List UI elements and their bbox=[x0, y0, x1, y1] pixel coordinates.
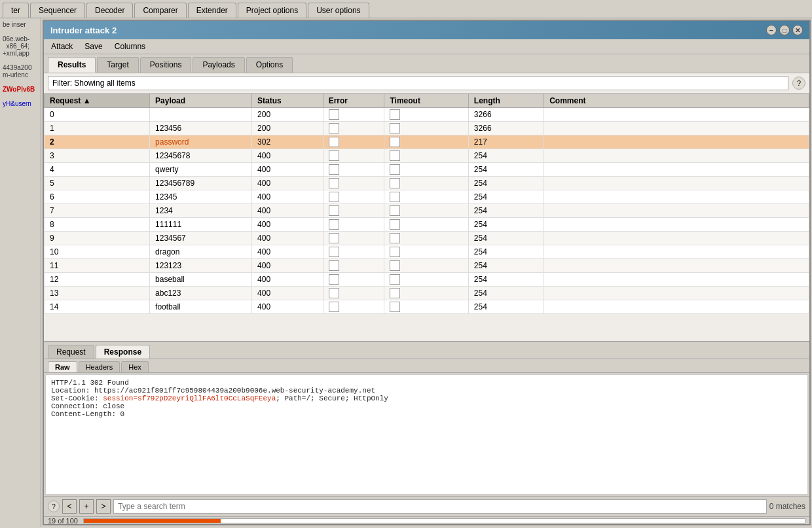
cell-error[interactable] bbox=[323, 108, 384, 122]
tab-extender[interactable]: Extender bbox=[188, 3, 236, 18]
tab-options[interactable]: Options bbox=[246, 57, 293, 73]
cell-timeout[interactable] bbox=[384, 149, 468, 163]
checkbox-timeout[interactable] bbox=[390, 247, 400, 257]
cell-timeout[interactable] bbox=[384, 122, 468, 135]
checkbox-error[interactable] bbox=[329, 219, 339, 230]
table-row[interactable]: 91234567400254 bbox=[45, 232, 809, 245]
cell-error[interactable] bbox=[323, 232, 384, 245]
cell-timeout[interactable] bbox=[384, 108, 468, 122]
col-status[interactable]: Status bbox=[252, 94, 323, 108]
prev-button[interactable]: < bbox=[62, 499, 77, 514]
cell-timeout[interactable] bbox=[384, 190, 468, 204]
cell-error[interactable] bbox=[323, 177, 384, 190]
checkbox-error[interactable] bbox=[329, 123, 339, 133]
table-row[interactable]: 02003266 bbox=[45, 108, 809, 122]
cell-timeout[interactable] bbox=[384, 204, 468, 218]
cell-timeout[interactable] bbox=[384, 218, 468, 232]
checkbox-timeout[interactable] bbox=[390, 137, 400, 147]
tab-sequencer[interactable]: Sequencer bbox=[30, 3, 85, 18]
cell-timeout[interactable] bbox=[384, 259, 468, 273]
checkbox-error[interactable] bbox=[329, 302, 339, 312]
cell-timeout[interactable] bbox=[384, 177, 468, 190]
add-button[interactable]: + bbox=[79, 499, 94, 514]
col-error[interactable]: Error bbox=[323, 94, 384, 108]
checkbox-error[interactable] bbox=[329, 260, 339, 271]
tab-payloads[interactable]: Payloads bbox=[193, 57, 244, 73]
checkbox-timeout[interactable] bbox=[390, 274, 400, 285]
checkbox-error[interactable] bbox=[329, 247, 339, 257]
tab-project-options[interactable]: Project options bbox=[238, 3, 306, 18]
cell-timeout[interactable] bbox=[384, 273, 468, 287]
checkbox-error[interactable] bbox=[329, 137, 339, 147]
cell-error[interactable] bbox=[323, 273, 384, 287]
table-row[interactable]: 71234400254 bbox=[45, 204, 809, 218]
cell-error[interactable] bbox=[323, 204, 384, 218]
col-timeout[interactable]: Timeout bbox=[384, 94, 468, 108]
table-row[interactable]: 5123456789400254 bbox=[45, 177, 809, 190]
http-response-content[interactable]: HTTP/1.1 302 Found Location: https://ac9… bbox=[45, 374, 808, 495]
checkbox-timeout[interactable] bbox=[390, 302, 400, 312]
filter-input[interactable] bbox=[48, 76, 788, 90]
checkbox-error[interactable] bbox=[329, 205, 339, 216]
table-row[interactable]: 2password302217 bbox=[45, 135, 809, 149]
checkbox-error[interactable] bbox=[329, 274, 339, 285]
cell-error[interactable] bbox=[323, 163, 384, 177]
cell-error[interactable] bbox=[323, 300, 384, 314]
col-length[interactable]: Length bbox=[468, 94, 544, 108]
checkbox-timeout[interactable] bbox=[390, 205, 400, 216]
table-scroll[interactable]: Request ▲ Payload Status Error Timeout L… bbox=[44, 94, 809, 341]
col-comment[interactable]: Comment bbox=[544, 94, 809, 108]
bottom-help-icon[interactable]: ? bbox=[48, 501, 60, 512]
checkbox-error[interactable] bbox=[329, 164, 339, 175]
checkbox-timeout[interactable] bbox=[390, 164, 400, 175]
checkbox-timeout[interactable] bbox=[390, 233, 400, 243]
cell-error[interactable] bbox=[323, 287, 384, 300]
cell-timeout[interactable] bbox=[384, 300, 468, 314]
menu-save[interactable]: Save bbox=[83, 41, 104, 52]
tab-hex[interactable]: Hex bbox=[121, 361, 149, 372]
next-button[interactable]: > bbox=[96, 499, 111, 514]
table-row[interactable]: 4qwerty400254 bbox=[45, 163, 809, 177]
tab-positions[interactable]: Positions bbox=[140, 57, 192, 73]
checkbox-error[interactable] bbox=[329, 233, 339, 243]
checkbox-timeout[interactable] bbox=[390, 123, 400, 133]
menu-attack[interactable]: Attack bbox=[49, 41, 75, 52]
checkbox-timeout[interactable] bbox=[390, 288, 400, 298]
table-row[interactable]: 12baseball400254 bbox=[45, 273, 809, 287]
cell-error[interactable] bbox=[323, 135, 384, 149]
menu-columns[interactable]: Columns bbox=[113, 41, 147, 52]
tab-request[interactable]: Request bbox=[48, 345, 94, 359]
tab-headers[interactable]: Headers bbox=[79, 361, 120, 372]
cell-timeout[interactable] bbox=[384, 135, 468, 149]
table-row[interactable]: 14football400254 bbox=[45, 300, 809, 314]
table-row[interactable]: 10dragon400254 bbox=[45, 245, 809, 259]
tab-results[interactable]: Results bbox=[48, 57, 96, 73]
cell-error[interactable] bbox=[323, 149, 384, 163]
close-button[interactable]: ✕ bbox=[792, 25, 803, 35]
checkbox-error[interactable] bbox=[329, 150, 339, 161]
checkbox-error[interactable] bbox=[329, 288, 339, 298]
cell-error[interactable] bbox=[323, 122, 384, 135]
table-row[interactable]: 312345678400254 bbox=[45, 149, 809, 163]
checkbox-timeout[interactable] bbox=[390, 109, 400, 120]
col-request[interactable]: Request ▲ bbox=[45, 94, 150, 108]
tab-target[interactable]: Target bbox=[97, 57, 138, 73]
search-input[interactable] bbox=[113, 499, 767, 514]
tab-ter[interactable]: ter bbox=[3, 3, 29, 18]
checkbox-error[interactable] bbox=[329, 109, 339, 120]
cell-timeout[interactable] bbox=[384, 245, 468, 259]
table-row[interactable]: 11234562003266 bbox=[45, 122, 809, 135]
checkbox-timeout[interactable] bbox=[390, 150, 400, 161]
maximize-button[interactable]: □ bbox=[779, 25, 790, 35]
tab-response[interactable]: Response bbox=[96, 345, 150, 359]
minimize-button[interactable]: − bbox=[766, 25, 777, 35]
col-payload[interactable]: Payload bbox=[150, 94, 252, 108]
filter-help-icon[interactable]: ? bbox=[792, 77, 805, 90]
tab-raw[interactable]: Raw bbox=[48, 361, 77, 372]
table-row[interactable]: 612345400254 bbox=[45, 190, 809, 204]
checkbox-timeout[interactable] bbox=[390, 260, 400, 271]
cell-error[interactable] bbox=[323, 245, 384, 259]
table-row[interactable]: 11123123400254 bbox=[45, 259, 809, 273]
table-row[interactable]: 8111111400254 bbox=[45, 218, 809, 232]
checkbox-timeout[interactable] bbox=[390, 219, 400, 230]
